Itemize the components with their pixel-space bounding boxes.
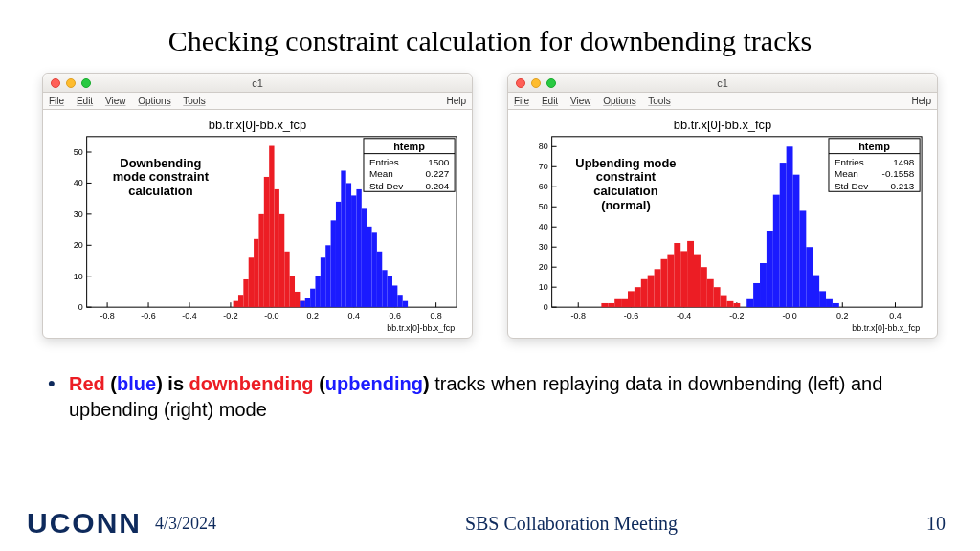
svg-rect-149 [833, 303, 839, 307]
svg-text:-0.2: -0.2 [223, 311, 237, 320]
svg-text:htemp: htemp [393, 141, 425, 152]
svg-rect-41 [275, 189, 279, 307]
svg-rect-54 [336, 202, 341, 307]
svg-text:bb.tr.x[0]-bb.x_fcp: bb.tr.x[0]-bb.x_fcp [387, 323, 455, 333]
menu-file[interactable]: File [49, 96, 64, 106]
menu-edit[interactable]: Edit [77, 96, 93, 106]
svg-text:40: 40 [539, 222, 548, 231]
svg-text:1498: 1498 [893, 157, 915, 167]
svg-text:20: 20 [539, 262, 548, 272]
footer: UCONN 4/3/2024 SBS Collaboration Meeting… [0, 497, 980, 551]
page-number: 10 [926, 513, 946, 535]
svg-text:-0.8: -0.8 [100, 311, 114, 320]
svg-rect-55 [341, 170, 345, 307]
svg-rect-135 [733, 303, 740, 307]
svg-text:-0.6: -0.6 [624, 311, 638, 320]
text-blue: blue [117, 373, 156, 394]
svg-rect-49 [310, 289, 315, 307]
svg-rect-125 [667, 255, 674, 308]
svg-rect-144 [799, 210, 806, 307]
svg-rect-143 [793, 175, 800, 307]
svg-rect-131 [707, 279, 714, 307]
left-plot-container: c1 File Edit View Options Tools Help bb.… [42, 73, 473, 339]
svg-text:Entries: Entries [835, 157, 864, 167]
menu-view[interactable]: View [105, 96, 126, 106]
svg-text:calculation: calculation [593, 184, 657, 198]
svg-text:0.4: 0.4 [348, 311, 360, 320]
right-chart-canvas: bb.tr.x[0]-bb.x_fcp01020304050607080-0.8… [508, 110, 937, 338]
svg-rect-50 [315, 276, 320, 307]
uconn-logo: UCONN [27, 507, 142, 540]
svg-text:0.6: 0.6 [389, 311, 400, 320]
svg-text:-0.0: -0.0 [264, 311, 278, 320]
footer-date: 4/3/2024 [155, 514, 216, 534]
svg-rect-48 [305, 298, 310, 307]
svg-rect-63 [382, 270, 387, 307]
svg-rect-53 [331, 220, 336, 307]
svg-text:-0.1558: -0.1558 [882, 168, 915, 179]
svg-rect-136 [746, 299, 753, 307]
svg-text:-0.0: -0.0 [782, 311, 796, 320]
menu-edit[interactable]: Edit [542, 96, 558, 106]
svg-rect-61 [372, 232, 377, 307]
svg-text:0.213: 0.213 [890, 181, 914, 191]
text-lp: ( [105, 373, 117, 394]
text-rp2: ) [423, 373, 430, 394]
bullet-list: Red (blue) is downbending (upbending) tr… [0, 358, 980, 423]
right-window: c1 File Edit View Options Tools Help bb.… [507, 73, 938, 339]
svg-text:htemp: htemp [858, 141, 890, 152]
svg-rect-47 [300, 301, 304, 307]
svg-rect-124 [661, 259, 668, 307]
svg-rect-51 [321, 257, 325, 307]
text-lp2: ( [314, 373, 325, 394]
svg-text:bb.tr.x[0]-bb.x_fcp: bb.tr.x[0]-bb.x_fcp [209, 118, 306, 132]
svg-rect-133 [721, 296, 727, 308]
svg-text:constraint: constraint [596, 169, 657, 184]
svg-rect-128 [687, 241, 694, 307]
svg-text:bb.tr.x[0]-bb.x_fcp: bb.tr.x[0]-bb.x_fcp [674, 118, 771, 132]
right-chart-svg: bb.tr.x[0]-bb.x_fcp01020304050607080-0.8… [514, 116, 931, 334]
svg-text:mode constraint: mode constraint [113, 169, 210, 184]
svg-rect-44 [290, 276, 295, 307]
left-chart-svg: bb.tr.x[0]-bb.x_fcp01020304050-0.8-0.6-0… [49, 116, 466, 334]
menu-view[interactable]: View [570, 96, 591, 106]
svg-text:0.4: 0.4 [889, 311, 901, 320]
menu-file[interactable]: File [514, 96, 529, 106]
svg-rect-42 [279, 214, 284, 307]
svg-rect-67 [403, 301, 408, 307]
menu-tools[interactable]: Tools [183, 96, 205, 106]
svg-text:10: 10 [539, 282, 548, 292]
svg-rect-116 [608, 303, 614, 307]
svg-text:-0.2: -0.2 [729, 311, 744, 320]
svg-rect-35 [243, 279, 248, 307]
svg-rect-146 [813, 276, 819, 308]
svg-rect-45 [295, 292, 300, 307]
slide-title: Checking constraint calculation for down… [0, 0, 980, 57]
svg-rect-139 [767, 231, 773, 307]
svg-rect-140 [773, 195, 780, 308]
svg-rect-37 [254, 239, 258, 307]
left-window-titlebar: c1 [43, 74, 472, 93]
svg-text:0.2: 0.2 [836, 311, 848, 320]
svg-text:0: 0 [78, 302, 83, 312]
svg-rect-147 [819, 291, 826, 307]
text-is: is [167, 373, 189, 394]
svg-rect-58 [356, 189, 361, 307]
svg-rect-138 [760, 263, 767, 307]
svg-rect-122 [648, 276, 655, 308]
menu-help[interactable]: Help [911, 96, 931, 106]
svg-rect-142 [787, 146, 793, 307]
svg-rect-137 [753, 283, 760, 307]
menu-tools[interactable]: Tools [648, 96, 670, 106]
svg-rect-118 [621, 299, 628, 307]
svg-text:50: 50 [539, 202, 548, 211]
svg-text:bb.tr.x[0]-bb.x_fcp: bb.tr.x[0]-bb.x_fcp [852, 323, 920, 333]
svg-rect-65 [392, 285, 397, 307]
menu-help[interactable]: Help [446, 96, 466, 106]
svg-rect-120 [635, 287, 641, 307]
right-window-titlebar: c1 [508, 74, 937, 93]
svg-text:0.204: 0.204 [425, 181, 449, 191]
bullet-1: Red (blue) is downbending (upbending) tr… [48, 371, 932, 423]
menu-options[interactable]: Options [603, 96, 635, 106]
menu-options[interactable]: Options [138, 96, 170, 106]
